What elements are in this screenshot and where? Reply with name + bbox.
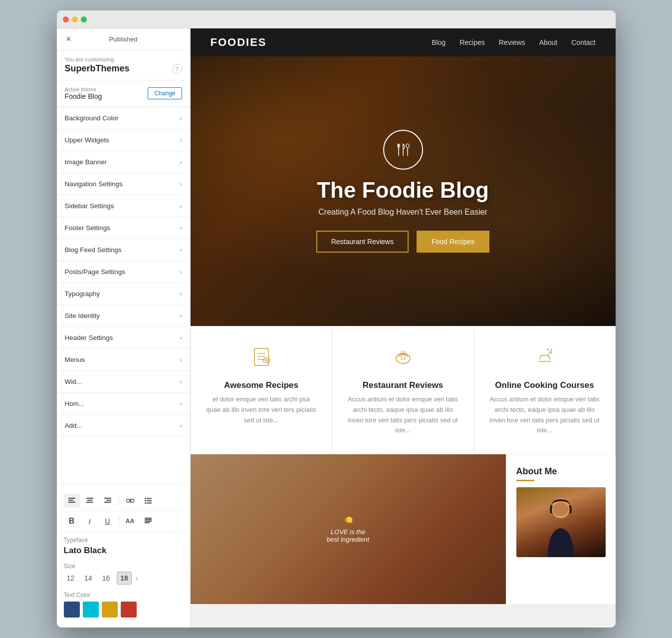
restaurant-reviews-button[interactable]: Restaurant Reviews xyxy=(316,231,409,253)
feature-title-2: Restaurant Reviews xyxy=(347,380,459,390)
preview-area: FOODIES Blog Recipes Reviews About Conta… xyxy=(191,28,616,628)
food-recipes-button[interactable]: Food Recipes xyxy=(417,231,489,253)
menu-item-label: Wid... xyxy=(65,378,82,385)
about-me-photo xyxy=(516,487,606,557)
about-me-underline xyxy=(516,480,534,481)
chevron-right-icon: › xyxy=(180,356,182,363)
alignment-toolbar-row xyxy=(64,491,183,511)
close-button[interactable]: × xyxy=(63,33,75,45)
svg-point-13 xyxy=(145,502,146,504)
menu-item-label: Hom... xyxy=(65,400,85,407)
panel-header: × Published You are customizing SuperbTh… xyxy=(57,28,190,107)
sidebar-item-menus[interactable]: Menus › xyxy=(57,349,190,371)
sidebar-item-blog-feed-settings[interactable]: Blog Feed Settings › xyxy=(57,239,190,261)
nav-recipes[interactable]: Recipes xyxy=(459,38,485,46)
help-icon[interactable]: ? xyxy=(172,64,182,74)
chevron-right-icon: › xyxy=(180,268,182,276)
hero-icon xyxy=(383,130,423,170)
active-theme-name: Foodie Blog xyxy=(65,92,102,100)
align-right-button[interactable] xyxy=(100,494,116,508)
link-button[interactable] xyxy=(122,494,138,508)
sidebar-item-additional-css[interactable]: Add... › xyxy=(57,415,190,437)
toolbar-divider xyxy=(119,496,119,506)
list-button[interactable] xyxy=(140,494,156,508)
menu-item-label: Background Color xyxy=(65,114,119,122)
color-swatch-gold[interactable] xyxy=(102,602,118,618)
sidebar-item-homepage-settings[interactable]: Hom... › xyxy=(57,393,190,415)
svg-point-39 xyxy=(553,502,569,516)
italic-button[interactable]: I xyxy=(82,514,98,528)
paragraph-button[interactable] xyxy=(140,514,156,528)
size-more-button[interactable]: › xyxy=(136,574,138,582)
browser-window: × Published You are customizing SuperbTh… xyxy=(57,10,616,628)
nav-reviews[interactable]: Reviews xyxy=(499,38,525,46)
menu-item-label: Menus xyxy=(65,356,85,363)
svg-rect-14 xyxy=(147,503,152,504)
underline-button[interactable]: U xyxy=(100,514,116,528)
typeface-section: Typeface Lato Black xyxy=(64,532,183,559)
chevron-right-icon: › xyxy=(180,290,182,298)
chevron-right-icon: › xyxy=(180,136,182,144)
size-option-18[interactable]: 18 xyxy=(117,572,132,585)
nav-about[interactable]: About xyxy=(539,38,558,46)
sidebar-item-typography[interactable]: Typography › xyxy=(57,283,190,305)
chevron-right-icon: › xyxy=(180,224,182,232)
size-option-16[interactable]: 16 xyxy=(99,572,113,584)
size-option-14[interactable]: 14 xyxy=(81,572,95,584)
typography-popover: B I U AA Typeface Lato Black Size xyxy=(57,484,191,628)
aa-button[interactable]: AA xyxy=(122,514,138,528)
sidebar-item-widgets[interactable]: Wid... › xyxy=(57,371,190,393)
sidebar-item-sidebar-settings[interactable]: Sidebar Settings › xyxy=(57,195,190,217)
site-nav: Blog Recipes Reviews About Contact xyxy=(432,38,595,46)
menu-item-label: Footer Settings xyxy=(65,224,111,232)
nav-contact[interactable]: Contact xyxy=(571,38,595,46)
typeface-label: Typeface xyxy=(64,537,183,544)
svg-point-31 xyxy=(263,358,270,363)
svg-rect-1 xyxy=(68,500,73,501)
menu-item-label: Upper Widgets xyxy=(65,136,109,144)
align-center-button[interactable] xyxy=(82,494,98,508)
size-option-12[interactable]: 12 xyxy=(64,572,78,584)
svg-rect-17 xyxy=(145,521,152,522)
maximize-dot[interactable] xyxy=(81,16,87,22)
chevron-right-icon: › xyxy=(180,158,182,166)
blog-post-image: 🍋 LOVE is thebest ingredient xyxy=(191,454,506,604)
hero-buttons: Restaurant Reviews Food Recipes xyxy=(316,231,490,253)
sidebar-item-header-settings[interactable]: Header Settings › xyxy=(57,327,190,349)
svg-rect-7 xyxy=(106,500,111,501)
sidebar-item-background-color[interactable]: Background Color › xyxy=(57,107,190,129)
features-section: Awesome Recipes et dolor emque veri tati… xyxy=(191,326,616,454)
reviews-icon xyxy=(347,344,459,373)
sidebar-item-footer-settings[interactable]: Footer Settings › xyxy=(57,217,190,239)
align-left-button[interactable] xyxy=(64,494,80,508)
size-section: Size 12 14 16 18 › xyxy=(64,559,183,588)
sidebar-item-upper-widgets[interactable]: Upper Widgets › xyxy=(57,129,190,151)
color-swatch-red[interactable] xyxy=(121,602,137,618)
menu-item-label: Image Banner xyxy=(65,158,107,166)
bold-button[interactable]: B xyxy=(64,514,80,528)
svg-point-9 xyxy=(145,498,146,499)
published-badge: Published xyxy=(109,35,137,43)
sidebar-item-image-banner[interactable]: Image Banner › xyxy=(57,151,190,173)
menu-item-label: Header Settings xyxy=(65,334,113,341)
toolbar-divider2 xyxy=(119,516,119,526)
svg-rect-4 xyxy=(87,500,92,501)
minimize-dot[interactable] xyxy=(72,16,78,22)
chevron-right-icon: › xyxy=(180,180,182,188)
color-swatch-cyan[interactable] xyxy=(83,602,99,618)
lower-section: 🍋 LOVE is thebest ingredient About Me xyxy=(191,454,616,604)
chevron-right-icon: › xyxy=(180,422,182,429)
sidebar-item-posts-page-settings[interactable]: Posts/Page Settings › xyxy=(57,261,190,283)
feature-card-recipes: Awesome Recipes et dolor emque veri tati… xyxy=(191,326,332,454)
close-dot[interactable] xyxy=(63,16,69,22)
svg-point-25 xyxy=(406,144,409,148)
chevron-right-icon: › xyxy=(180,246,182,254)
sidebar-item-site-identity[interactable]: Site Identity › xyxy=(57,305,190,327)
text-color-label: Text Color xyxy=(64,592,183,599)
menu-item-label: Posts/Page Settings xyxy=(65,268,126,276)
change-theme-button[interactable]: Change xyxy=(148,87,182,99)
nav-blog[interactable]: Blog xyxy=(432,38,446,46)
color-swatch-navy[interactable] xyxy=(64,602,80,618)
menu-item-label: Typography xyxy=(65,290,100,298)
sidebar-item-navigation-settings[interactable]: Navigation Settings › xyxy=(57,173,190,195)
